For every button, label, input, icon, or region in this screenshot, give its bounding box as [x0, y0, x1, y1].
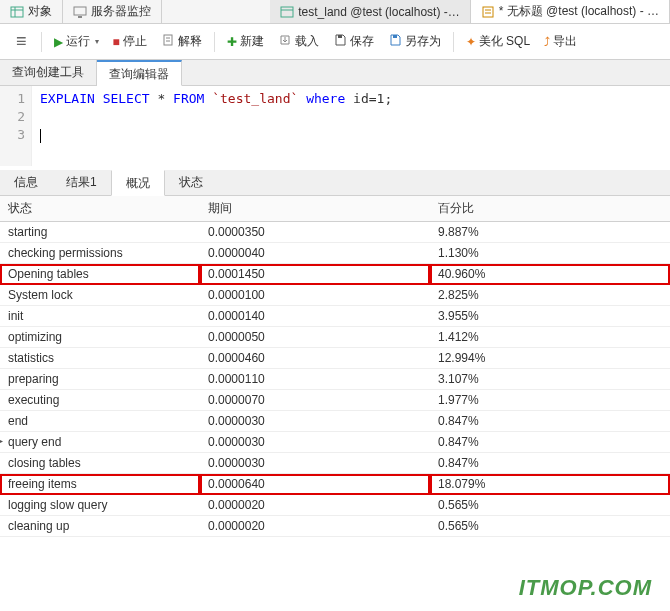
table-row[interactable]: query end0.00000300.847%: [0, 432, 670, 453]
button-label: 解释: [178, 33, 202, 50]
cell-pct: 2.825%: [430, 285, 670, 306]
button-label: 停止: [123, 33, 147, 50]
cell-status: cleaning up: [0, 516, 200, 537]
cell-status: end: [0, 411, 200, 432]
query-icon: [481, 5, 495, 19]
save-button[interactable]: 保存: [327, 30, 380, 53]
cell-time: 0.0000030: [200, 432, 430, 453]
stop-button[interactable]: ■ 停止: [107, 30, 153, 53]
cell-pct: 3.107%: [430, 369, 670, 390]
toolbar: ≡ ▶ 运行 ▾ ■ 停止 解释 ✚ 新建 载入 保存 另存为: [0, 24, 670, 60]
profile-table: 状态 期间 百分比 starting0.00003509.887%checkin…: [0, 196, 670, 537]
button-label: 保存: [350, 33, 374, 50]
tab-untitled[interactable]: * 无标题 @test (localhost) - …: [471, 0, 670, 23]
export-icon: ⤴: [544, 35, 550, 49]
cell-time: 0.0000640: [200, 474, 430, 495]
sql-editor[interactable]: 1 2 3 EXPLAIN SELECT * FROM `test_land` …: [0, 86, 670, 166]
cell-status: Opening tables: [0, 264, 200, 285]
cell-pct: 40.960%: [430, 264, 670, 285]
table-row[interactable]: logging slow query0.00000200.565%: [0, 495, 670, 516]
cell-status: preparing: [0, 369, 200, 390]
new-button[interactable]: ✚ 新建: [221, 30, 270, 53]
cell-status: statistics: [0, 348, 200, 369]
table-row[interactable]: cleaning up0.00000200.565%: [0, 516, 670, 537]
save-icon: [333, 33, 347, 50]
col-status[interactable]: 状态: [0, 196, 200, 222]
cell-status: query end: [0, 432, 200, 453]
code-area[interactable]: EXPLAIN SELECT * FROM `test_land` where …: [32, 86, 400, 166]
cell-pct: 3.955%: [430, 306, 670, 327]
tab-query-editor[interactable]: 查询编辑器: [97, 60, 182, 86]
table-row[interactable]: executing0.00000701.977%: [0, 390, 670, 411]
svg-rect-10: [393, 35, 397, 38]
table-row[interactable]: Opening tables0.000145040.960%: [0, 264, 670, 285]
cell-status: closing tables: [0, 453, 200, 474]
button-label: 导出: [553, 33, 577, 50]
table-row[interactable]: System lock0.00001002.825%: [0, 285, 670, 306]
cell-pct: 9.887%: [430, 222, 670, 243]
tab-result1[interactable]: 结果1: [52, 170, 111, 195]
cell-pct: 1.977%: [430, 390, 670, 411]
tab-server-monitor[interactable]: 服务器监控: [63, 0, 162, 23]
col-pct[interactable]: 百分比: [430, 196, 670, 222]
table-row[interactable]: checking permissions0.00000401.130%: [0, 243, 670, 264]
table-header-row: 状态 期间 百分比: [0, 196, 670, 222]
tab-profile[interactable]: 概况: [111, 170, 165, 196]
cell-pct: 0.565%: [430, 516, 670, 537]
table-row[interactable]: freeing items0.000064018.079%: [0, 474, 670, 495]
table-icon: [10, 5, 24, 19]
cell-pct: 0.847%: [430, 411, 670, 432]
cell-time: 0.0000040: [200, 243, 430, 264]
cell-status: starting: [0, 222, 200, 243]
cell-pct: 18.079%: [430, 474, 670, 495]
table-row[interactable]: starting0.00003509.887%: [0, 222, 670, 243]
run-button[interactable]: ▶ 运行 ▾: [48, 30, 105, 53]
beautify-sql-button[interactable]: ✦ 美化 SQL: [460, 30, 536, 53]
save-as-button[interactable]: 另存为: [382, 30, 447, 53]
button-label: 运行: [66, 33, 90, 50]
explain-icon: [161, 33, 175, 50]
table-row[interactable]: end0.00000300.847%: [0, 411, 670, 432]
tab-test-land[interactable]: test_land @test (localhost) -…: [270, 0, 471, 23]
tab-status[interactable]: 状态: [165, 170, 217, 195]
table-row[interactable]: optimizing0.00000501.412%: [0, 327, 670, 348]
table-row[interactable]: preparing0.00001103.107%: [0, 369, 670, 390]
cell-pct: 1.412%: [430, 327, 670, 348]
cell-status: logging slow query: [0, 495, 200, 516]
cell-time: 0.0000110: [200, 369, 430, 390]
table-row[interactable]: statistics0.000046012.994%: [0, 348, 670, 369]
cell-status: init: [0, 306, 200, 327]
cell-status: freeing items: [0, 474, 200, 495]
stop-icon: ■: [113, 35, 120, 49]
tab-info[interactable]: 信息: [0, 170, 52, 195]
tab-label: * 无标题 @test (localhost) - …: [499, 3, 659, 20]
explain-button[interactable]: 解释: [155, 30, 208, 53]
cell-time: 0.0000020: [200, 516, 430, 537]
table-icon: [280, 5, 294, 19]
line-gutter: 1 2 3: [0, 86, 32, 166]
cell-time: 0.0000100: [200, 285, 430, 306]
tab-objects[interactable]: 对象: [0, 0, 63, 23]
cell-status: checking permissions: [0, 243, 200, 264]
cell-status: System lock: [0, 285, 200, 306]
col-time[interactable]: 期间: [200, 196, 430, 222]
tab-label: 服务器监控: [91, 3, 151, 20]
table-row[interactable]: init0.00001403.955%: [0, 306, 670, 327]
menu-icon[interactable]: ≡: [8, 31, 35, 52]
cell-pct: 12.994%: [430, 348, 670, 369]
cell-time: 0.0000030: [200, 453, 430, 474]
cell-pct: 0.847%: [430, 432, 670, 453]
cell-time: 0.0000070: [200, 390, 430, 411]
table-row[interactable]: closing tables0.00000300.847%: [0, 453, 670, 474]
load-button[interactable]: 载入: [272, 30, 325, 53]
export-button[interactable]: ⤴ 导出: [538, 30, 583, 53]
monitor-icon: [73, 5, 87, 19]
text-cursor: [40, 129, 41, 143]
button-label: 载入: [295, 33, 319, 50]
document-tabs: 对象 服务器监控 test_land @test (localhost) -… …: [0, 0, 670, 24]
cell-time: 0.0000020: [200, 495, 430, 516]
svg-rect-0: [11, 7, 23, 17]
cell-time: 0.0000140: [200, 306, 430, 327]
cell-pct: 1.130%: [430, 243, 670, 264]
tab-query-builder[interactable]: 查询创建工具: [0, 60, 97, 85]
